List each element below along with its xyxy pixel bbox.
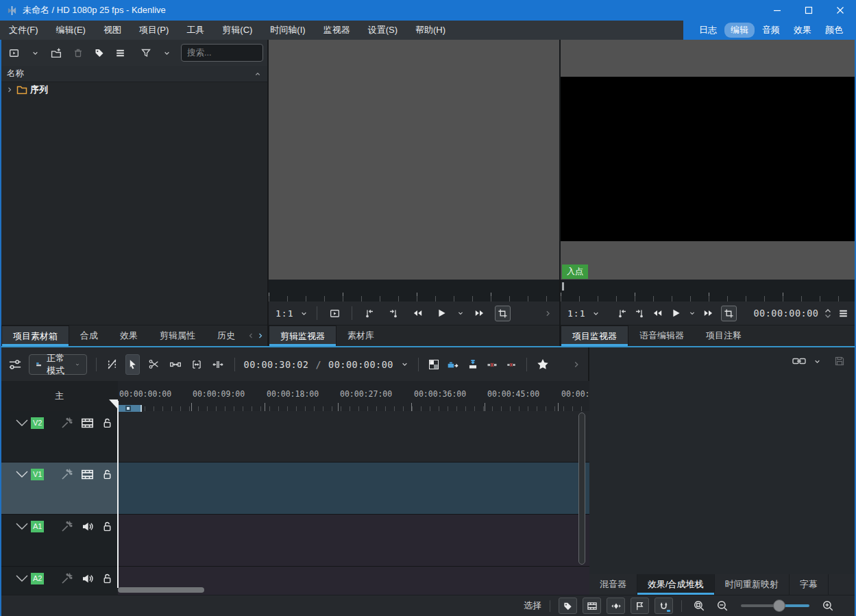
lock-track-icon[interactable] — [101, 572, 113, 585]
bin-folder-row[interactable]: 序列 — [1, 82, 267, 97]
tab-history[interactable]: 历史 — [206, 325, 246, 346]
tab-effects[interactable]: 效果 — [109, 325, 149, 346]
remove-space-right-icon[interactable] — [505, 356, 517, 373]
timeline-zone-duration-timecode[interactable]: 00:00:00:00 — [328, 359, 393, 370]
zoom-in-icon[interactable] — [819, 597, 837, 615]
save-effect-stack-icon[interactable] — [834, 356, 845, 367]
track-row-a1[interactable]: A1 — [1, 515, 589, 567]
track-row-a2[interactable]: A2 — [1, 567, 589, 595]
master-track-header[interactable]: 主 — [1, 381, 118, 411]
expander-chevron-icon[interactable] — [5, 86, 14, 94]
project-monitor-timecode[interactable]: 00:00:00:00 — [753, 308, 818, 319]
tab-clip-properties[interactable]: 剪辑属性 — [149, 325, 206, 346]
track-target-badge[interactable]: A2 — [31, 573, 44, 584]
clip-monitor-overlay-icon[interactable] — [326, 304, 343, 322]
zone-handle[interactable] — [125, 406, 131, 411]
tab-project-notes[interactable]: 项目注释 — [695, 325, 753, 346]
menu-tools[interactable]: 工具 — [178, 21, 213, 40]
show-markers-tag-button[interactable] — [559, 597, 577, 614]
mute-audio-speaker-icon[interactable] — [80, 520, 95, 533]
add-clip-button[interactable] — [5, 44, 23, 62]
workspace-effects[interactable]: 效果 — [787, 23, 818, 38]
workspace-logging[interactable]: 日志 — [693, 23, 723, 38]
tab-time-remap[interactable]: 时间重新映射 — [715, 574, 790, 595]
show-video-icon[interactable] — [80, 417, 95, 430]
play-icon[interactable] — [432, 304, 450, 322]
bin-search-input[interactable] — [181, 44, 263, 62]
tab-scroll-right-icon[interactable] — [256, 332, 265, 340]
track-lane-v2[interactable] — [118, 411, 589, 462]
link-effects-icon[interactable] — [792, 356, 806, 366]
fast-forward-icon[interactable] — [702, 304, 715, 322]
menu-clip[interactable]: 剪辑(C) — [213, 21, 261, 40]
monitor-menu-hamburger-icon[interactable] — [837, 304, 849, 322]
collapse-track-chevron-icon[interactable] — [14, 418, 30, 428]
selection-tool-button[interactable] — [125, 354, 140, 375]
edit-mode-dropdown[interactable]: 正常模式 — [29, 354, 87, 375]
timeline-horizontal-scrollbar[interactable] — [118, 587, 204, 593]
slip-tool-button[interactable] — [211, 354, 225, 375]
project-monitor-playhead[interactable] — [562, 282, 564, 291]
extract-zone-icon[interactable] — [466, 356, 478, 373]
zoom-out-icon[interactable] — [713, 597, 731, 615]
project-monitor-seekbar[interactable] — [561, 280, 855, 301]
clip-monitor-seekbar[interactable] — [269, 280, 559, 301]
delete-button[interactable] — [69, 44, 86, 62]
play-options-chevron-icon[interactable] — [456, 309, 465, 317]
collapse-track-chevron-icon[interactable] — [14, 521, 30, 531]
menu-timeline[interactable]: 时间轴(I) — [261, 21, 314, 40]
fast-forward-icon[interactable] — [471, 304, 489, 322]
show-keyframes-button[interactable] — [607, 597, 625, 614]
rewind-icon[interactable] — [651, 304, 663, 322]
filter-dropdown-chevron-icon[interactable] — [158, 44, 175, 62]
workspace-audio[interactable]: 音频 — [756, 23, 786, 38]
show-thumbnails-button[interactable] — [583, 597, 601, 614]
track-lane-a1[interactable] — [118, 515, 589, 566]
tab-compositions[interactable]: 合成 — [69, 325, 109, 346]
tab-mixer[interactable]: 混音器 — [589, 574, 637, 595]
track-header-a2[interactable]: A2 — [1, 567, 118, 590]
spacer-tool-button[interactable] — [168, 354, 182, 375]
timeline-position-timecode[interactable]: 00:00:30:02 — [244, 359, 309, 370]
mix-clips-icon[interactable] — [106, 356, 119, 373]
rewind-icon[interactable] — [408, 304, 426, 322]
zone-crop-button[interactable] — [495, 306, 511, 321]
mute-audio-speaker-icon[interactable] — [80, 572, 95, 585]
play-icon[interactable] — [670, 304, 682, 322]
tab-speech-editor[interactable]: 语音编辑器 — [628, 325, 695, 346]
track-row-v1[interactable]: V1 — [1, 463, 589, 515]
track-effects-wand-icon[interactable] — [60, 520, 73, 533]
menu-settings[interactable]: 设置(S) — [359, 21, 406, 40]
collapse-track-chevron-icon[interactable] — [14, 469, 30, 479]
play-options-chevron-icon[interactable] — [688, 309, 696, 317]
menu-help[interactable]: 帮助(H) — [406, 21, 454, 40]
close-button[interactable] — [824, 0, 856, 21]
bin-menu-hamburger-icon[interactable] — [112, 44, 129, 62]
menu-view[interactable]: 视图 — [95, 21, 130, 40]
tab-subtitles[interactable]: 字幕 — [790, 574, 829, 595]
menu-monitor[interactable]: 监视器 — [315, 21, 359, 40]
lock-track-icon[interactable] — [101, 417, 113, 430]
lock-track-icon[interactable] — [101, 520, 113, 533]
track-row-v2[interactable]: V2 — [1, 411, 589, 463]
filter-funnel-icon[interactable] — [137, 44, 154, 62]
tab-effect-stack[interactable]: 效果/合成堆栈 — [637, 574, 715, 595]
menu-edit[interactable]: 编辑(E) — [47, 21, 95, 40]
timeline-zoom-slider[interactable] — [741, 604, 809, 607]
zoom-dropdown-chevron-icon[interactable] — [299, 309, 308, 318]
track-lane-v1[interactable] — [118, 463, 589, 514]
bin-tree[interactable]: 序列 — [1, 82, 267, 325]
timeline-ruler[interactable]: 00:00:00:00 00:00:09:00 00:00:18:00 00:0… — [118, 381, 589, 411]
snap-magnet-button[interactable] — [655, 597, 673, 614]
monitor-toolbar-overflow-chevron-icon[interactable] — [543, 309, 552, 318]
go-to-out-point-icon[interactable] — [384, 304, 402, 322]
go-to-out-point-icon[interactable] — [634, 304, 645, 322]
track-effects-wand-icon[interactable] — [60, 417, 73, 430]
track-compositing-checker-icon[interactable] — [428, 356, 440, 373]
zone-crop-button[interactable] — [721, 306, 737, 321]
timecode-spinner[interactable] — [824, 309, 831, 318]
maximize-button[interactable] — [793, 0, 824, 21]
bin-name-column-header[interactable]: 名称 — [1, 66, 267, 82]
tab-project-bin[interactable]: 项目素材箱 — [1, 325, 69, 346]
track-target-badge[interactable]: A1 — [31, 521, 44, 532]
